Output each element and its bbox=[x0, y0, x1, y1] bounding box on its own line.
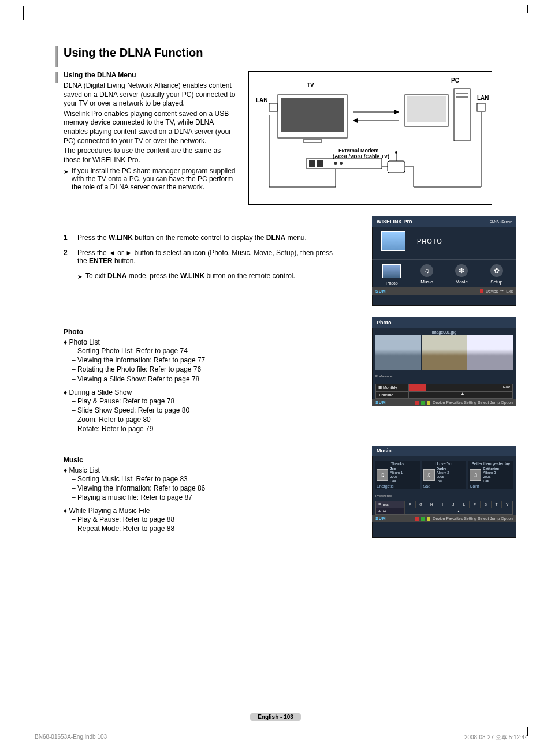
note-bullet-icon bbox=[77, 272, 83, 280]
note-bullet-icon bbox=[64, 167, 69, 191]
step-number-2: 2 bbox=[64, 249, 72, 265]
preference-label: Preference bbox=[375, 494, 513, 497]
nav-item-setup: Setup bbox=[490, 279, 502, 285]
music-playing-heading: While Playing a Music File bbox=[64, 507, 341, 515]
music-footer-actions: Device Favorites Setting Select Jump Opt… bbox=[415, 517, 513, 521]
music-note-icon: ♫ bbox=[377, 469, 388, 481]
music-note-icon: ♫ bbox=[423, 469, 435, 481]
svg-marker-13 bbox=[394, 110, 399, 114]
gear-icon: ✿ bbox=[490, 264, 503, 277]
wiselink-server-label: DLNA : Server bbox=[490, 220, 512, 223]
sort-artist-label: Artist bbox=[375, 508, 404, 515]
footer-filename: BN68-01653A-Eng.indb 103 bbox=[35, 733, 107, 742]
svg-rect-2 bbox=[304, 139, 321, 143]
nav-item-movie: Movie bbox=[456, 279, 468, 285]
step-1-text: Press the W.LINK button on the remote co… bbox=[77, 234, 307, 242]
photo-list-items: Sorting Photo List: Refer to page 74 Vie… bbox=[72, 346, 341, 384]
slideshow-items: Play & Pause: Refer to page 78 Slide Sho… bbox=[72, 396, 341, 434]
photo-screen-title: Photo bbox=[377, 320, 392, 325]
exit-arrow-icon: ↪ bbox=[500, 289, 504, 293]
music-screen-title: Music bbox=[377, 448, 392, 454]
track-title-2: I Love You bbox=[423, 462, 466, 466]
sum-label: SUM bbox=[375, 517, 386, 521]
sort-monthly-label: ☰ Monthly bbox=[375, 384, 409, 392]
svg-rect-18 bbox=[317, 160, 323, 167]
svg-rect-1 bbox=[281, 98, 344, 132]
diagram-label-tv: TV bbox=[307, 82, 314, 88]
exit-label: Exit bbox=[506, 289, 513, 293]
mood-label-2: Sad bbox=[423, 484, 466, 488]
connection-diagram: TV PC LAN LAN External Modem (ADSL/VDSL/… bbox=[248, 71, 492, 205]
intro-para-1: DLNA (Digital Living Network Alliance) e… bbox=[64, 81, 237, 108]
music-heading: Music bbox=[64, 456, 83, 464]
photo-filename: Image001.jpg bbox=[375, 330, 513, 334]
photo-thumbnails bbox=[375, 335, 513, 370]
photo-footer-actions: Device Favorites Setting Select Jump Opt… bbox=[415, 401, 513, 405]
sort-title-label: ☰ Title bbox=[375, 501, 404, 508]
svg-rect-21 bbox=[388, 161, 405, 173]
wiselink-screenshot: WISELINK Pro DLNA : Server PHOTO Photo ♫… bbox=[372, 216, 516, 306]
photo-list-heading: Photo List bbox=[64, 338, 341, 346]
music-screenshot: Music Thanks ♫ JoeAlbum 12005Pop Energet… bbox=[372, 446, 516, 538]
footer-timestamp: 2008-08-27 오후 5:12:44 bbox=[464, 733, 528, 742]
svg-rect-3 bbox=[269, 103, 277, 111]
photo-thumb-icon bbox=[382, 264, 401, 278]
page-title: Using the DLNA Function bbox=[64, 46, 516, 59]
photo-screenshot: Photo Image001.jpg Preference ☰ Monthly … bbox=[372, 317, 516, 404]
wiselink-title: WISELINK Pro bbox=[377, 219, 412, 224]
diagram-label-modem-1: External Modem bbox=[338, 148, 379, 154]
sum-label: SUM bbox=[375, 289, 386, 293]
step-2-note: To exit DLNA mode, press the W.LINK butt… bbox=[85, 272, 295, 280]
intro-para-3: The procedures to use the content are th… bbox=[64, 147, 237, 164]
svg-rect-10 bbox=[477, 103, 485, 111]
diagram-label-lan-left: LAN bbox=[256, 97, 268, 103]
section-rule bbox=[55, 46, 58, 67]
crop-mark bbox=[527, 5, 528, 13]
nav-item-photo: Photo bbox=[386, 280, 398, 286]
sum-label: SUM bbox=[375, 401, 386, 405]
step-number-1: 1 bbox=[64, 234, 72, 242]
section-rule bbox=[55, 72, 58, 83]
svg-marker-15 bbox=[353, 118, 358, 123]
preference-label: Preference bbox=[375, 375, 513, 378]
device-label: Device bbox=[486, 289, 498, 293]
mood-label-1: Energetic bbox=[377, 484, 419, 488]
movie-reel-icon: ✽ bbox=[455, 264, 468, 277]
track-title-1: Thanks bbox=[377, 462, 419, 466]
track-title-3: Better than yesterday bbox=[470, 462, 512, 466]
alpha-row: FGHIJLPSTV bbox=[404, 501, 513, 508]
sort-timeline-label: Timeline bbox=[375, 392, 409, 399]
music-list-heading: Music List bbox=[64, 466, 341, 474]
wiselink-hero-label: PHOTO bbox=[417, 238, 442, 245]
diagram-label-lan-right: LAN bbox=[477, 95, 489, 101]
nav-item-music: Music bbox=[420, 279, 433, 285]
intro-note: If you install the PC share manager prog… bbox=[72, 167, 237, 191]
svg-point-19 bbox=[334, 162, 337, 165]
music-note-icon: ♫ bbox=[420, 264, 433, 277]
music-list-items: Sorting Music List: Refer to page 83 Vie… bbox=[72, 474, 341, 503]
crop-mark bbox=[12, 6, 23, 6]
photo-stack-icon bbox=[381, 231, 405, 251]
music-note-icon: ♫ bbox=[470, 469, 481, 481]
month-nov-label: Nov bbox=[503, 385, 510, 389]
photo-heading: Photo bbox=[64, 328, 83, 336]
music-playing-items: Play & Pause: Refer to page 88 Repeat Mo… bbox=[72, 515, 341, 533]
step-2-text: Press the ◄ or ► button to select an ico… bbox=[77, 249, 341, 265]
svg-point-20 bbox=[340, 162, 343, 165]
svg-rect-17 bbox=[309, 160, 315, 167]
diagram-label-modem-2: (ADSL/VDSL/Cable TV) bbox=[333, 154, 389, 159]
svg-rect-6 bbox=[407, 96, 446, 122]
slideshow-heading: During a Slide Show bbox=[64, 388, 341, 396]
red-button-icon bbox=[480, 289, 483, 293]
subheading-dlna-menu: Using the DLNA Menu bbox=[64, 71, 136, 79]
crop-mark bbox=[23, 6, 24, 20]
page-number-badge: English - 103 bbox=[250, 713, 301, 721]
intro-para-2: Wiselink Pro enables playing content sav… bbox=[64, 110, 237, 145]
diagram-label-pc: PC bbox=[451, 77, 459, 84]
svg-point-23 bbox=[395, 151, 397, 154]
mood-label-3: Calm bbox=[470, 484, 512, 488]
